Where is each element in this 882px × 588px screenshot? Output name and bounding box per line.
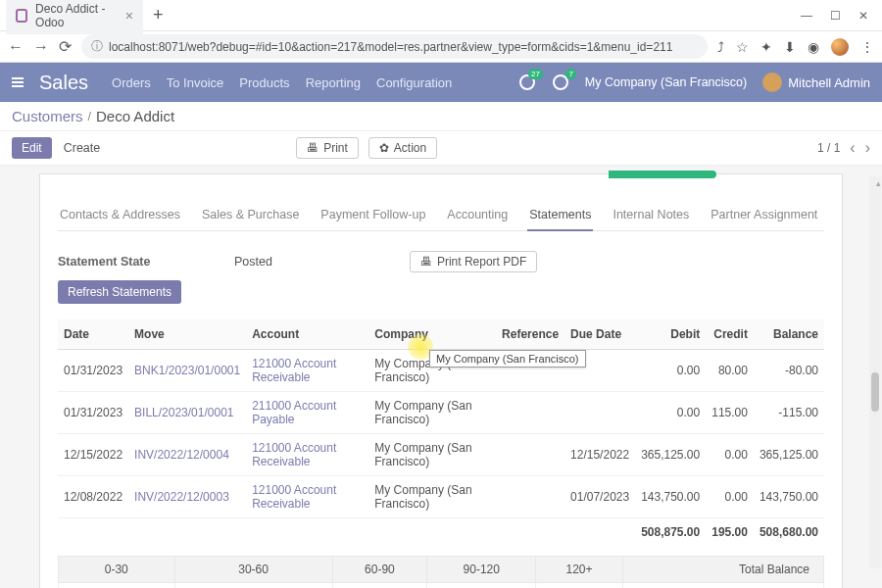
table-total-row: 508,875.00 195.00 508,680.00 (58, 518, 824, 547)
statement-state-label: Statement State (58, 255, 234, 269)
back-icon[interactable]: ← (8, 38, 24, 56)
browser-tab-title: Deco Addict - Odoo (35, 2, 118, 29)
nav-products[interactable]: Products (239, 75, 289, 90)
address-bar[interactable]: ⓘ localhost:8071/web?debug=#id=10&action… (81, 34, 708, 59)
table-row[interactable]: 12/08/2022INV/2022/12/0003121000 Account… (58, 476, 824, 518)
scrollbar-thumb[interactable] (871, 372, 879, 412)
statement-state-value: Posted (234, 255, 272, 269)
tab-payment-followup[interactable]: Payment Follow-up (318, 200, 427, 230)
user-avatar-icon[interactable] (831, 38, 849, 56)
form-sheet: Contacts & Addresses Sales & Purchase Pa… (39, 173, 843, 588)
aging-table: 0-30 30-60 60-90 90-120 120+ Total Balan… (58, 556, 824, 588)
apps-menu-icon[interactable] (12, 77, 24, 87)
col-company[interactable]: Company (368, 319, 496, 350)
activity-indicator[interactable]: 27 (518, 74, 536, 91)
breadcrumb-sep: / (88, 110, 91, 123)
module-name[interactable]: Sales (39, 72, 88, 94)
forward-icon[interactable]: → (33, 38, 49, 56)
move-link[interactable]: INV/2022/12/0003 (128, 476, 246, 518)
account-link[interactable]: 211000 Account Payable (246, 392, 368, 434)
aging-h-0-30: 0-30 (59, 557, 175, 583)
col-due-date[interactable]: Due Date (564, 319, 635, 350)
move-link[interactable]: BILL/2023/01/0001 (128, 392, 246, 434)
print-icon: 🖶 (420, 255, 432, 269)
user-menu[interactable]: Mitchell Admin (762, 73, 870, 92)
kebab-menu-icon[interactable]: ⋮ (860, 39, 874, 55)
url-text: localhost:8071/web?debug=#id=10&action=2… (109, 40, 672, 54)
tab-contacts[interactable]: Contacts & Addresses (58, 200, 182, 230)
browser-tab[interactable]: Deco Addict - Odoo × (6, 0, 143, 34)
status-bar (609, 171, 716, 178)
tab-sales-purchase[interactable]: Sales & Purchase (200, 200, 301, 230)
bookmark-icon[interactable]: ☆ (736, 39, 749, 55)
new-tab-button[interactable]: + (153, 5, 164, 25)
col-move[interactable]: Move (128, 319, 246, 350)
window-minimize-icon[interactable]: ― (801, 9, 812, 23)
col-account[interactable]: Account (246, 319, 368, 350)
pager-next-icon[interactable]: › (865, 139, 870, 157)
close-icon[interactable]: × (125, 8, 133, 24)
share-icon[interactable]: ⤴ (717, 39, 724, 55)
action-button[interactable]: ✿ Action (368, 137, 437, 159)
breadcrumb: Customers / Deco Addict (0, 102, 882, 131)
pager: 1 / 1 ‹ › (817, 139, 870, 157)
aging-h-30-60: 30-60 (174, 557, 332, 583)
browser-tab-strip: Deco Addict - Odoo × + ― ☐ ✕ (0, 0, 882, 31)
profile-icon[interactable]: ◉ (808, 39, 819, 55)
odoo-favicon (16, 9, 27, 23)
tab-statements[interactable]: Statements (527, 200, 593, 231)
total-debit: 508,875.00 (635, 518, 706, 547)
edit-button[interactable]: Edit (12, 137, 52, 159)
extensions-icon[interactable]: ✦ (760, 39, 772, 55)
account-link[interactable]: 121000 Account Receivable (246, 350, 368, 392)
aging-h-total: Total Balance (622, 557, 823, 583)
create-button[interactable]: Create (64, 141, 101, 155)
account-link[interactable]: 121000 Account Receivable (246, 476, 368, 518)
total-credit: 195.00 (706, 518, 754, 547)
total-balance: 508,680.00 (754, 518, 824, 547)
messaging-indicator[interactable]: 7 (552, 74, 569, 91)
pager-prev-icon[interactable]: ‹ (850, 139, 855, 157)
window-maximize-icon[interactable]: ☐ (830, 9, 841, 23)
table-row[interactable]: 12/15/2022INV/2022/12/0004121000 Account… (58, 434, 824, 476)
tab-internal-notes[interactable]: Internal Notes (611, 200, 691, 230)
site-info-icon[interactable]: ⓘ (91, 38, 103, 55)
nav-orders[interactable]: Orders (112, 75, 151, 90)
print-report-pdf-button[interactable]: 🖶 Print Report PDF (410, 251, 537, 272)
tab-accounting[interactable]: Accounting (445, 200, 510, 230)
col-credit[interactable]: Credit (706, 319, 754, 350)
download-icon[interactable]: ⬇ (784, 39, 796, 55)
reload-icon[interactable]: ⟳ (59, 37, 72, 56)
user-name: Mitchell Admin (788, 75, 870, 90)
nav-reporting[interactable]: Reporting (306, 75, 361, 90)
vertical-scrollbar[interactable] (869, 176, 881, 568)
aging-row: -195.00 508,875.00 0.00 0.00 0.00 508,68… (59, 583, 824, 589)
form-view: Contacts & Addresses Sales & Purchase Pa… (0, 166, 882, 588)
pager-text: 1 / 1 (817, 141, 840, 155)
col-date[interactable]: Date (58, 319, 128, 350)
control-panel: Edit Create 🖶 Print ✿ Action 1 / 1 ‹ › (0, 131, 882, 166)
table-row[interactable]: 01/31/2023BILL/2023/01/0001211000 Accoun… (58, 392, 824, 434)
breadcrumb-current: Deco Addict (96, 108, 174, 124)
move-link[interactable]: INV/2022/12/0004 (128, 434, 246, 476)
print-icon: 🖶 (307, 141, 318, 155)
account-link[interactable]: 121000 Account Receivable (246, 434, 368, 476)
print-button[interactable]: 🖶 Print (296, 137, 359, 159)
col-balance[interactable]: Balance (754, 319, 824, 350)
move-link[interactable]: BNK1/2023/01/0001 (128, 350, 246, 392)
window-close-icon[interactable]: ✕ (858, 9, 868, 23)
browser-toolbar: ← → ⟳ ⓘ localhost:8071/web?debug=#id=10&… (0, 31, 882, 63)
nav-to-invoice[interactable]: To Invoice (167, 75, 224, 90)
notebook-tabs: Contacts & Addresses Sales & Purchase Pa… (58, 200, 824, 231)
scroll-up-icon[interactable]: ▴ (876, 178, 881, 188)
col-debit[interactable]: Debit (635, 319, 706, 350)
breadcrumb-root[interactable]: Customers (12, 108, 83, 124)
refresh-statements-button[interactable]: Refresh Statements (58, 280, 181, 304)
tab-partner-assignment[interactable]: Partner Assignment (709, 200, 819, 230)
nav-configuration[interactable]: Configuration (376, 75, 452, 90)
company-tooltip: My Company (San Francisco) (429, 350, 586, 368)
col-reference[interactable]: Reference (496, 319, 564, 350)
company-switcher[interactable]: My Company (San Francisco) (585, 75, 747, 89)
gear-icon: ✿ (379, 141, 389, 155)
aging-h-120p: 120+ (536, 557, 622, 583)
